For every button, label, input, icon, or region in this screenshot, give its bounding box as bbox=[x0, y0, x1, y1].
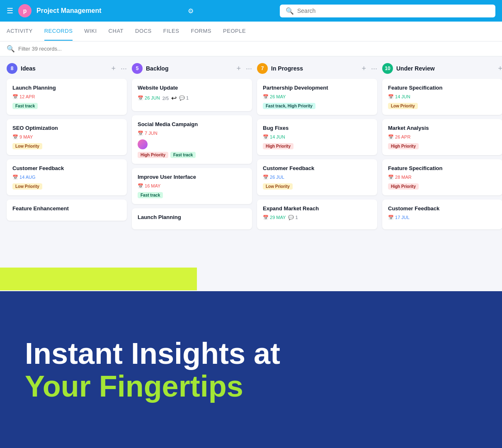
card-tags: Low Priority bbox=[388, 103, 497, 109]
yellow-strip bbox=[0, 268, 197, 290]
card-date: 📅 28 MAR bbox=[388, 175, 412, 180]
filter-input[interactable] bbox=[18, 46, 101, 52]
card-title: Launch Planning bbox=[138, 214, 246, 220]
card-meta: 📅 9 MAY bbox=[12, 134, 121, 140]
card-title: Website Update bbox=[138, 85, 246, 91]
filter-search-icon: 🔍 bbox=[7, 45, 15, 53]
card-feature-enhancement[interactable]: Feature Enhancement bbox=[7, 200, 127, 221]
card-meta: 📅 26 JUN 2/5 ↩ 💬 1 bbox=[138, 94, 246, 102]
promo-line2: Your Fingertips bbox=[25, 370, 280, 403]
card-meta: 📅 12 APR bbox=[12, 94, 121, 100]
card-tags: High Priority bbox=[263, 143, 371, 149]
add-backlog-button[interactable]: + bbox=[236, 64, 241, 73]
card-meta: 📅 14 JUN bbox=[388, 94, 497, 100]
card-title: Feature Specification bbox=[388, 165, 497, 171]
card-market-analysis[interactable]: Market Analysis 📅 26 APR High Priority bbox=[382, 119, 502, 155]
promo-section: Instant Insights at Your Fingertips bbox=[0, 291, 502, 448]
promo-text: Instant Insights at Your Fingertips bbox=[25, 337, 280, 403]
tab-docs[interactable]: DOCS bbox=[135, 22, 152, 41]
card-title: Customer Feedback bbox=[12, 165, 121, 171]
card-partnership-development[interactable]: Partnership Development 📅 26 MAY Fast tr… bbox=[257, 79, 377, 115]
card-tags: High Priority bbox=[388, 183, 497, 190]
tab-records[interactable]: RECORDS bbox=[44, 22, 73, 41]
tab-wiki[interactable]: WIKI bbox=[84, 22, 97, 41]
nav-tabs: ACTIVITY RECORDS WIKI CHAT DOCS FILES FO… bbox=[0, 22, 502, 41]
add-ideas-button[interactable]: + bbox=[111, 64, 116, 73]
card-meta: 📅 29 MAY 💬 1 bbox=[263, 215, 371, 220]
card-title: Feature Enhancement bbox=[12, 205, 121, 212]
card-meta: 📅 26 APR bbox=[388, 134, 497, 140]
tag-low-priority: Low Priority bbox=[12, 143, 42, 149]
card-social-media-campaign[interactable]: Social Media Campaign 📅 7 JUN High Prior… bbox=[132, 115, 252, 164]
card-customer-feedback-1[interactable]: Customer Feedback 📅 14 AUG Low Priority bbox=[7, 159, 127, 195]
card-title: Improve User Interface bbox=[138, 174, 246, 180]
card-comment: 💬 1 bbox=[179, 95, 189, 101]
hamburger-icon[interactable]: ☰ bbox=[7, 6, 13, 15]
card-bug-fixes[interactable]: Bug Fixes 📅 14 JUN High Priority bbox=[257, 119, 377, 155]
tag-fast-track: Fast track bbox=[138, 192, 163, 198]
tab-chat[interactable]: CHAT bbox=[109, 22, 124, 41]
subtask-icon: ↩ bbox=[171, 94, 177, 102]
card-meta: 📅 14 JUN bbox=[263, 134, 371, 140]
card-customer-feedback-in-progress[interactable]: Customer Feedback 📅 26 JUL Low Priority bbox=[257, 159, 377, 195]
ideas-menu-icon[interactable]: ··· bbox=[121, 64, 127, 73]
card-launch-planning-backlog[interactable]: Launch Planning bbox=[132, 208, 252, 229]
card-subtasks: 2/5 bbox=[162, 96, 169, 101]
card-date: 📅 12 APR bbox=[12, 94, 35, 100]
column-ideas: 8 Ideas + ··· Launch Planning 📅 12 APR F… bbox=[7, 63, 127, 285]
card-title: Customer Feedback bbox=[263, 165, 371, 171]
column-header-backlog: 5 Backlog + ··· bbox=[132, 63, 252, 74]
tag-high-priority: High Priority bbox=[263, 143, 293, 149]
card-website-update[interactable]: Website Update 📅 26 JUN 2/5 ↩ 💬 1 bbox=[132, 79, 252, 111]
tag-fast-track: Fast track bbox=[170, 152, 196, 158]
card-meta: 📅 17 JUL bbox=[388, 215, 497, 220]
card-feature-specification-1[interactable]: Feature Specification 📅 14 JUN Low Prior… bbox=[382, 79, 502, 115]
card-launch-planning-1[interactable]: Launch Planning 📅 12 APR Fast track bbox=[7, 79, 127, 115]
kanban-board: 8 Ideas + ··· Launch Planning 📅 12 APR F… bbox=[0, 56, 502, 291]
card-tags: Fast track bbox=[138, 192, 246, 198]
card-tags: High Priority bbox=[388, 143, 497, 149]
column-under-review: 10 Under Review + Feature Specification … bbox=[382, 63, 502, 285]
card-tags: Fast track bbox=[12, 103, 121, 109]
column-in-progress: 7 In Progress + ··· Partnership Developm… bbox=[257, 63, 377, 285]
settings-icon[interactable]: ⚙ bbox=[188, 7, 194, 15]
search-icon: 🔍 bbox=[286, 7, 294, 15]
card-meta: 📅 14 AUG bbox=[12, 175, 121, 180]
col-badge-backlog: 5 bbox=[132, 63, 143, 74]
in-progress-menu-icon[interactable]: ··· bbox=[371, 64, 377, 73]
tag-high-priority: High Priority bbox=[388, 143, 419, 149]
card-date: 📅 14 AUG bbox=[12, 175, 36, 180]
card-tags: Low Priority bbox=[12, 143, 121, 149]
tag-low-priority: Low Priority bbox=[388, 103, 418, 109]
card-title: SEO Optimization bbox=[12, 125, 121, 131]
card-tags: Low Priority bbox=[263, 183, 371, 190]
add-under-review-button[interactable]: + bbox=[498, 64, 502, 73]
add-in-progress-button[interactable]: + bbox=[361, 64, 366, 73]
search-input[interactable] bbox=[297, 7, 490, 14]
card-date: 📅 26 JUN bbox=[138, 95, 160, 101]
card-date: 📅 16 MAY bbox=[138, 183, 160, 189]
card-title: Customer Feedback bbox=[388, 205, 497, 212]
column-header-in-progress: 7 In Progress + ··· bbox=[257, 63, 377, 74]
card-title: Feature Specification bbox=[388, 85, 497, 91]
card-meta: 📅 26 MAY bbox=[263, 94, 371, 100]
promo-line1: Instant Insights at bbox=[25, 337, 280, 370]
tab-people[interactable]: PEOPLE bbox=[223, 22, 246, 41]
col-title-under-review: Under Review bbox=[396, 65, 493, 72]
card-date: 📅 26 MAY bbox=[263, 94, 286, 100]
tab-activity[interactable]: ACTIVITY bbox=[7, 22, 33, 41]
topnav: ☰ p Project Management ⚙ 🔍 bbox=[0, 0, 502, 22]
card-tags: Fast track, High Priority bbox=[263, 103, 371, 109]
col-title-ideas: Ideas bbox=[21, 65, 106, 72]
card-customer-feedback-under-review[interactable]: Customer Feedback 📅 17 JUL bbox=[382, 200, 502, 229]
tab-forms[interactable]: FORMS bbox=[191, 22, 211, 41]
tab-files[interactable]: FILES bbox=[163, 22, 179, 41]
card-date: 📅 14 JUN bbox=[263, 134, 285, 140]
card-expand-market-reach[interactable]: Expand Market Reach 📅 29 MAY 💬 1 bbox=[257, 200, 377, 229]
column-backlog: 5 Backlog + ··· Website Update 📅 26 JUN … bbox=[132, 63, 252, 285]
tag-low-priority: Low Priority bbox=[263, 183, 293, 190]
card-seo-optimization[interactable]: SEO Optimization 📅 9 MAY Low Priority bbox=[7, 119, 127, 155]
card-improve-user-interface[interactable]: Improve User Interface 📅 16 MAY Fast tra… bbox=[132, 168, 252, 204]
backlog-menu-icon[interactable]: ··· bbox=[246, 64, 252, 73]
card-feature-specification-2[interactable]: Feature Specification 📅 28 MAR High Prio… bbox=[382, 159, 502, 195]
